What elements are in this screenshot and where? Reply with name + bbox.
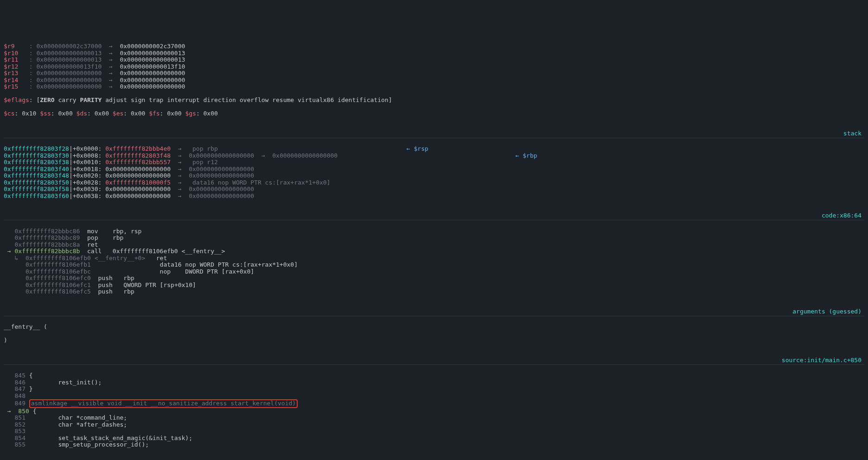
code-row: 0xffffffff8106efc1 push QWORD PTR [rsp+0… [4,282,864,289]
register-row: $r12 : 0x0000000000013f10 → 0x0000000000… [4,64,864,70]
code-row: → 0xffffffff82bbbc8b call 0xffffffff8106… [4,248,864,255]
source-row: 852 char *after_dashes; [4,422,864,428]
code-row: ↳ 0xffffffff8106efb0 <__fentry__+0> ret [4,255,864,262]
gef-output: $r9 : 0x0000000002c37000 → 0x0000000002c… [0,27,868,460]
source-row: 853 [4,428,864,435]
stack-row: 0xffffffff82803f38|+0x0010: 0xffffffff82… [4,159,864,166]
stack-row: 0xffffffff82803f30|+0x0008: 0xffffffff82… [4,153,864,160]
source-row: 848 [4,393,864,400]
section-code: code:x86:64 [4,214,864,220]
code-row: 0xffffffff8106efbc nop DWORD PTR [rax+0x… [4,268,864,275]
source-row: 847 } [4,386,864,393]
source-row: 849 asmlinkage __visible void __init __n… [4,399,864,408]
source-row: 845 { [4,372,864,379]
code-row: 0xffffffff8106efc0 push rbp [4,275,864,282]
stack-row: 0xffffffff82803f58|+0x0030: 0x0000000000… [4,186,864,193]
register-row: $r10 : 0x0000000000000013 → 0x0000000000… [4,50,864,57]
code-row: 0xffffffff82bbbc86 mov rbp, rsp [4,228,864,235]
source-row: 846 rest_init(); [4,379,864,386]
stack-row: 0xffffffff82803f28|+0x0000: 0xffffffff82… [4,146,864,153]
stack-row: 0xffffffff82803f60|+0x0038: 0x0000000000… [4,193,864,200]
register-row: $r15 : 0x0000000000000000 → 0x0000000000… [4,83,864,90]
register-row: $r11 : 0x0000000000000013 → 0x0000000000… [4,57,864,64]
source-row: 851 char *command_line; [4,415,864,422]
source-row: → 850 { [4,408,864,415]
register-row: $r13 : 0x0000000000000000 → 0x0000000000… [4,70,864,77]
arg-fn: __fentry__ ( [4,323,47,330]
arg-close: ) [4,337,7,344]
segment-regs: $cs: 0x10 $ss: 0x00 $ds: 0x00 $es: 0x00 … [4,110,864,117]
section-stack: stack [4,132,864,138]
section-source: source:init/main.c+850 [4,358,864,365]
code-row: 0xffffffff82bbbc89 pop rbp [4,235,864,242]
section-args: arguments (guessed) [4,310,864,316]
source-row: 855 smp_setup_processor_id(); [4,441,864,448]
register-row: $r9 : 0x0000000002c37000 → 0x0000000002c… [4,43,864,50]
eflags-row: $eflags: [ZERO carry PARITY adjust sign … [4,97,864,104]
code-row: 0xffffffff82bbbc8a ret [4,242,864,249]
code-row: 0xffffffff8106efb1 data16 nop WORD PTR c… [4,262,864,268]
code-row: 0xffffffff8106efc5 push rbp [4,288,864,295]
stack-row: 0xffffffff82803f40|+0x0018: 0x0000000000… [4,166,864,173]
stack-row: 0xffffffff82803f48|+0x0020: 0x0000000000… [4,172,864,179]
register-row: $r14 : 0x0000000000000000 → 0x0000000000… [4,77,864,84]
stack-row: 0xffffffff82803f50|+0x0028: 0xffffffff81… [4,179,864,186]
source-row: 854 set_task_stack_end_magic(&init_task)… [4,435,864,442]
